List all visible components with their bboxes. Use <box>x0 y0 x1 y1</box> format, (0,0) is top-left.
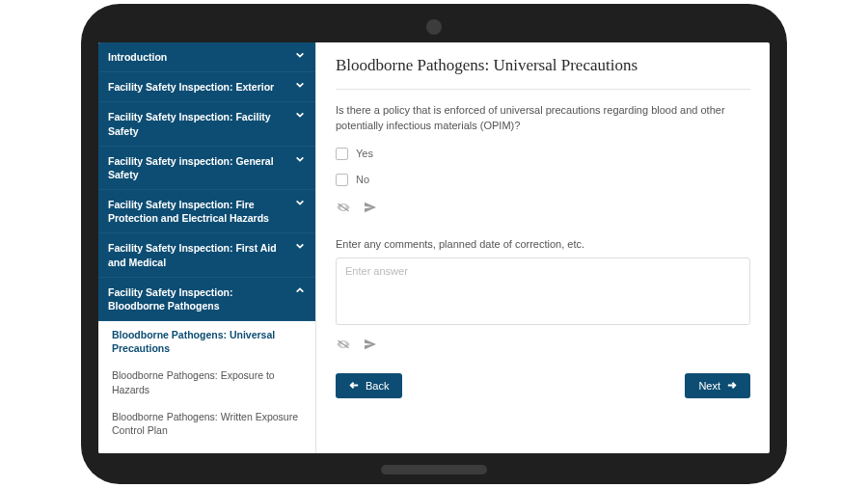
checkbox-no[interactable] <box>336 174 348 186</box>
sidebar-section-label: Facility Safety Inspection: First Aid an… <box>108 241 288 268</box>
option-label: Yes <box>356 148 373 159</box>
back-button[interactable]: Back <box>336 373 402 398</box>
sidebar-section-introduction[interactable]: Introduction <box>98 42 315 72</box>
next-label: Next <box>698 380 720 392</box>
question-text: Is there a policy that is enforced of un… <box>336 103 750 134</box>
app-screen: Introduction Facility Safety Inspection:… <box>98 42 770 453</box>
question-actions <box>336 200 750 217</box>
sidebar-item-label: Bloodborne Pathogens: Written Exposure C… <box>112 411 298 436</box>
sidebar-section-bloodborne[interactable]: Facility Safety Inspection: Bloodborne P… <box>98 278 315 321</box>
option-yes[interactable]: Yes <box>336 148 750 160</box>
send-icon[interactable] <box>363 337 378 354</box>
sidebar-section-label: Facility Safety Inspection: Exterior <box>108 80 288 94</box>
sidebar-section-label: Facility Safety Inspection: Bloodborne P… <box>108 285 288 312</box>
chevron-down-icon <box>294 80 306 90</box>
sidebar-section-label: Facility Safety Inspection: Fire Protect… <box>108 198 288 225</box>
option-no[interactable]: No <box>336 174 750 186</box>
chevron-down-icon <box>294 241 306 251</box>
comments-input[interactable] <box>336 258 750 325</box>
comments-label: Enter any comments, planned date of corr… <box>336 238 750 250</box>
sidebar-section-first-aid[interactable]: Facility Safety Inspection: First Aid an… <box>98 233 315 277</box>
sidebar-section-label: Introduction <box>108 50 288 64</box>
sidebar-item-label: Bloodborne Pathogens: HBV Vaccinations <box>112 451 301 453</box>
sidebar-item-label: Bloodborne Pathogens: Exposure to Hazard… <box>112 369 275 394</box>
tablet-camera <box>426 19 442 35</box>
sidebar: Introduction Facility Safety Inspection:… <box>98 42 316 453</box>
visibility-off-icon[interactable] <box>336 337 351 354</box>
chevron-up-icon <box>294 285 306 295</box>
comments-actions <box>336 337 750 354</box>
nav-row: Back Next <box>336 373 750 398</box>
sidebar-section-label: Facility Safety Inspection: Facility Saf… <box>108 110 288 137</box>
sidebar-section-label: Facility Safety inspection: General Safe… <box>108 154 288 181</box>
chevron-down-icon <box>294 198 306 207</box>
page-title: Bloodborne Pathogens: Universal Precauti… <box>336 56 750 75</box>
sidebar-item-exposure-hazards[interactable]: Bloodborne Pathogens: Exposure to Hazard… <box>98 362 315 402</box>
next-button[interactable]: Next <box>685 373 750 398</box>
back-label: Back <box>366 380 389 392</box>
sidebar-item-hbv-vaccinations[interactable]: Bloodborne Pathogens: HBV Vaccinations <box>98 444 315 453</box>
sidebar-section-general-safety[interactable]: Facility Safety inspection: General Safe… <box>98 147 315 190</box>
checkbox-yes[interactable] <box>336 148 348 160</box>
sidebar-section-facility-safety[interactable]: Facility Safety Inspection: Facility Saf… <box>98 102 315 146</box>
sidebar-section-fire-electrical[interactable]: Facility Safety Inspection: Fire Protect… <box>98 190 315 233</box>
send-icon[interactable] <box>363 200 378 217</box>
sidebar-item-label: Bloodborne Pathogens: Universal Precauti… <box>112 329 275 354</box>
sidebar-item-written-plan[interactable]: Bloodborne Pathogens: Written Exposure C… <box>98 403 315 444</box>
option-label: No <box>356 174 369 185</box>
tablet-frame: Introduction Facility Safety Inspection:… <box>81 4 787 484</box>
arrow-left-icon <box>349 380 360 391</box>
chevron-down-icon <box>294 110 306 120</box>
sidebar-section-exterior[interactable]: Facility Safety Inspection: Exterior <box>98 72 315 102</box>
main-content: Bloodborne Pathogens: Universal Precauti… <box>316 42 770 453</box>
visibility-off-icon[interactable] <box>336 200 351 217</box>
arrow-right-icon <box>726 380 737 391</box>
chevron-down-icon <box>294 154 306 164</box>
chevron-down-icon <box>294 50 306 60</box>
divider <box>336 89 750 90</box>
sidebar-item-universal-precautions[interactable]: Bloodborne Pathogens: Universal Precauti… <box>98 321 315 362</box>
tablet-home-bar <box>381 465 487 474</box>
